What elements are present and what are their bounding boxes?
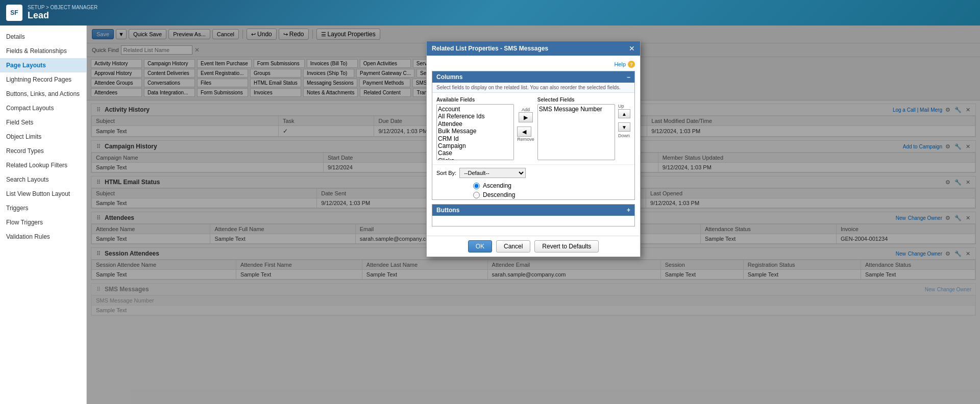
columns-desc: Select fields to display on the related … [432,83,634,93]
sidebar-item-buttons[interactable]: Buttons, Links, and Actions [0,87,86,101]
header-title-area: SETUP > OBJECT MANAGER Lead [28,5,97,21]
sort-by-select[interactable]: --Default-- [459,168,526,178]
help-icon[interactable]: ? [628,61,635,68]
sidebar-item-compact[interactable]: Compact Layouts [0,101,86,115]
buttons-section: Buttons + [432,204,635,226]
available-fields-label: Available Fields [436,97,514,103]
field-option[interactable]: CRM Id [438,135,512,142]
app-icon: SF [6,5,22,21]
move-up-button[interactable]: ▲ [618,109,630,118]
modal-title-bar: Related List Properties - SMS Messages ✕ [427,41,640,56]
columns-header: Columns – [432,71,634,83]
sidebar-item-fields[interactable]: Fields & Relationships [0,44,86,58]
up-btn-group: Up ▲ [618,102,630,118]
modal-close-button[interactable]: ✕ [629,44,635,53]
modal-footer: OK Cancel Revert to Defaults [427,236,640,257]
cancel-modal-button[interactable]: Cancel [496,240,530,252]
up-label: Up [618,104,624,109]
main-wrapper: Details Fields & Relationships Page Layo… [0,26,980,404]
available-fields-box: Available Fields Account All Reference I… [436,97,514,160]
modal-help-row: Help ? [432,61,635,68]
sidebar-item-list-view[interactable]: List View Button Layout [0,187,86,201]
ascending-radio[interactable] [473,183,480,189]
columns-header-label: Columns [436,73,462,81]
field-option[interactable]: Bulk Message [438,128,512,135]
remove-field-button[interactable]: ◀ [517,127,531,137]
add-field-button[interactable]: ▶ [519,112,533,122]
remove-label: Remove [517,137,534,142]
ascending-radio-row: Ascending [432,181,634,190]
sidebar-item-triggers[interactable]: Triggers [0,201,86,215]
sidebar-item-lightning[interactable]: Lightning Record Pages [0,72,86,87]
down-label: Down [618,133,630,138]
down-btn-group: ▼ Down [618,122,630,139]
modal-dialog: Related List Properties - SMS Messages ✕… [426,41,641,257]
help-link[interactable]: Help [614,61,626,67]
add-label: Add [519,107,533,112]
buttons-body [432,216,634,226]
revert-defaults-button[interactable]: Revert to Defaults [534,240,599,252]
field-option[interactable]: Attendee [438,120,512,128]
field-option[interactable]: SMS Message Number [539,106,614,113]
available-fields-select[interactable]: Account All Reference Ids Attendee Bulk … [436,104,514,160]
breadcrumb: SETUP > OBJECT MANAGER [28,5,97,10]
descending-radio-row: Descending [432,190,634,199]
modal-title: Related List Properties - SMS Messages [432,45,548,52]
field-option[interactable]: Case [438,149,512,157]
descending-label: Descending [483,191,515,198]
add-btn-group: Add ▶ [519,107,533,122]
sidebar-item-field-sets[interactable]: Field Sets [0,115,86,130]
move-down-button[interactable]: ▼ [618,122,630,132]
buttons-header: Buttons + [432,205,634,216]
selected-fields-box: Selected Fields SMS Message Number [537,97,615,160]
buttons-toggle[interactable]: + [627,207,630,214]
sidebar-item-lookup-filters[interactable]: Related Lookup Filters [0,158,86,172]
ascending-label: Ascending [483,182,511,189]
sidebar-item-object-limits[interactable]: Object Limits [0,130,86,144]
sidebar-item-details[interactable]: Details [0,30,86,44]
sidebar-item-search[interactable]: Search Layouts [0,172,86,187]
field-option[interactable]: Account [438,106,512,113]
selected-fields-select[interactable]: SMS Message Number [537,104,615,160]
selected-fields-label: Selected Fields [537,97,615,103]
remove-btn-group: ◀ Remove [517,127,534,142]
modal-body: Help ? Columns – Select fields to displa… [427,56,640,236]
updown-buttons: Up ▲ ▼ Down [618,97,630,139]
ok-button[interactable]: OK [468,240,492,252]
content-area: Save ▼ Quick Save Preview As... Cancel ↩… [87,26,980,404]
transfer-buttons: Add ▶ ◀ Remove [517,97,534,142]
columns-lists: Available Fields Account All Reference I… [432,93,634,164]
field-option[interactable]: Clicks [438,157,512,160]
page-title: Lead [28,10,97,21]
modal-overlay: Related List Properties - SMS Messages ✕… [87,26,980,404]
top-header: SF SETUP > OBJECT MANAGER Lead [0,0,980,26]
field-option[interactable]: All Reference Ids [438,113,512,120]
columns-toggle[interactable]: – [627,73,630,81]
buttons-header-label: Buttons [436,207,459,214]
sidebar: Details Fields & Relationships Page Layo… [0,26,87,404]
sort-by-row: Sort By: --Default-- [432,164,634,181]
sidebar-item-record-types[interactable]: Record Types [0,144,86,158]
columns-section: Columns – Select fields to display on th… [432,71,635,200]
sidebar-item-validation[interactable]: Validation Rules [0,230,86,244]
field-option[interactable]: Campaign [438,142,512,149]
sidebar-item-flow-triggers[interactable]: Flow Triggers [0,215,86,230]
sort-by-label: Sort By: [436,170,456,176]
descending-radio[interactable] [473,192,480,198]
sidebar-item-page-layouts[interactable]: Page Layouts [0,58,86,72]
